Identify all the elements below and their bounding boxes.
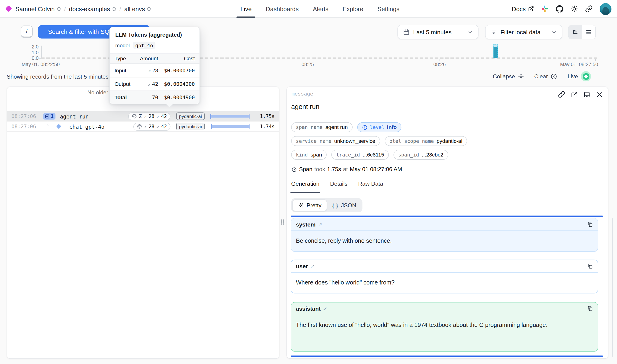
json-toggle[interactable]: { } JSON xyxy=(327,199,361,211)
slack-icon[interactable] xyxy=(541,5,549,13)
scrollbar-thumb[interactable] xyxy=(612,218,613,357)
copy-icon[interactable] xyxy=(587,221,593,227)
trace-list-panel: No older records 08:27:06 1 agent run Σ … xyxy=(7,87,279,359)
trace-row-chat-gpt-4o[interactable]: 08:27:06 chat gpt-4o ↗28 ↙42 pydantic-ai… xyxy=(7,121,279,132)
badge-kind[interactable]: kind span xyxy=(291,150,327,159)
header-actions: Docs xyxy=(512,0,611,18)
tree-view-toggle[interactable] xyxy=(568,25,582,39)
org-switcher[interactable]: Samuel Colvin xyxy=(15,5,61,13)
y-axis-tick: 1.0 xyxy=(23,50,39,55)
user-avatar[interactable] xyxy=(600,3,611,15)
message-boundary-line-top xyxy=(291,216,603,217)
tab-generation[interactable]: Generation xyxy=(291,181,319,190)
tooltip-row-output: Output ↙42 $0.0004200 xyxy=(110,77,199,91)
copy-icon[interactable] xyxy=(587,263,593,269)
y-axis-tick: 2.0 xyxy=(23,44,39,50)
tab-dashboards[interactable]: Dashboards xyxy=(266,0,299,18)
collapse-button[interactable]: Collapse xyxy=(493,73,524,79)
output-arrow-icon: ↙ xyxy=(156,113,159,119)
time-range-dropdown[interactable]: Last 5 minutes xyxy=(397,25,478,39)
child-count: 1 xyxy=(51,113,53,119)
tab-live[interactable]: Live xyxy=(240,0,252,18)
trace-timestamp: 08:27:06 xyxy=(11,124,40,129)
json-label: JSON xyxy=(341,202,356,208)
github-icon[interactable] xyxy=(555,5,564,13)
open-in-new-icon[interactable] xyxy=(571,91,578,98)
dock-panel-icon[interactable] xyxy=(584,91,590,98)
x-axis-label-end: May 01. 08:27:50 xyxy=(560,62,598,67)
direction-arrow-icon: ↙ xyxy=(323,306,327,311)
detail-panel-actions xyxy=(558,91,603,98)
input-arrow-icon: ↗ xyxy=(144,124,147,129)
logfire-logo-icon[interactable] xyxy=(5,5,12,12)
token-coin-icon xyxy=(137,124,142,129)
clear-circle-x-icon xyxy=(551,73,557,80)
close-panel-icon[interactable] xyxy=(596,91,603,98)
top-navigation-bar: Samuel Colvin / docs-examples / all envs… xyxy=(0,0,617,18)
duration-bar[interactable] xyxy=(210,113,249,119)
message-card-system: system ↗ Be concise, reply with one sent… xyxy=(291,218,598,252)
output-tokens: 42 xyxy=(161,113,167,119)
copy-icon[interactable] xyxy=(587,306,593,311)
tree-view-icon xyxy=(572,29,578,35)
tooltip-table-header: Type Amount Cost xyxy=(110,53,199,64)
x-axis-label-start: May 01. 08:22:50 xyxy=(22,62,60,67)
x-axis-tickmark xyxy=(595,59,596,61)
env-name: all envs xyxy=(124,5,145,13)
tab-settings[interactable]: Settings xyxy=(377,0,399,18)
span-attribute-badges: span_name agent run level Info service_n… xyxy=(291,122,467,160)
scope-tag[interactable]: pydantic-ai xyxy=(176,112,205,120)
info-icon xyxy=(362,125,368,130)
span-name: agent run xyxy=(60,113,128,119)
clear-label: Clear xyxy=(534,73,548,79)
badge-level[interactable]: level Info xyxy=(357,122,402,132)
histogram-bar[interactable] xyxy=(493,47,498,58)
env-switcher[interactable]: all envs xyxy=(124,5,151,13)
scope-tag[interactable]: pydantic-ai xyxy=(176,123,205,130)
tab-explore[interactable]: Explore xyxy=(342,0,363,18)
input-tokens: 28 xyxy=(149,124,155,129)
live-label: Live xyxy=(568,73,578,79)
tree-elbow-line xyxy=(47,118,57,126)
tab-details[interactable]: Details xyxy=(330,181,347,190)
badge-span-id[interactable]: span_id ...28cbc2 xyxy=(394,150,448,159)
x-axis-tickmark xyxy=(440,59,440,61)
live-toggle[interactable]: Live xyxy=(568,71,591,81)
breadcrumb: Samuel Colvin / docs-examples / all envs xyxy=(15,0,151,18)
token-usage-pill[interactable]: Σ ↗28 ↙42 xyxy=(128,112,170,120)
chevron-down-icon xyxy=(467,29,473,35)
token-usage-pill[interactable]: ↗28 ↙42 xyxy=(133,122,170,130)
project-switcher[interactable]: docs-examples xyxy=(69,5,116,13)
span-title: agent run xyxy=(291,103,319,111)
filter-label: Filter local data xyxy=(500,29,541,36)
span-word: Span xyxy=(299,166,312,172)
tab-raw-data[interactable]: Raw Data xyxy=(358,181,383,190)
message-card-header: assistant ↙ xyxy=(291,303,598,315)
pretty-toggle[interactable]: Pretty xyxy=(292,199,327,211)
braces-icon: { } xyxy=(332,202,338,208)
share-link-icon[interactable] xyxy=(585,5,593,13)
collapse-children-badge[interactable]: 1 xyxy=(43,113,56,119)
span-name: chat gpt-4o xyxy=(69,123,133,130)
tab-alerts[interactable]: Alerts xyxy=(313,0,328,18)
badge-trace-id[interactable]: trace_id ...6c8115 xyxy=(331,150,389,159)
token-coin-icon xyxy=(132,114,137,119)
span-detail-panel: message agent run span_name agent run xyxy=(287,87,608,359)
docs-link[interactable]: Docs xyxy=(512,5,534,13)
theme-toggle-sun-icon[interactable] xyxy=(571,5,578,13)
breadcrumb-separator: / xyxy=(119,5,121,13)
model-key: model xyxy=(115,42,130,48)
badge-otel-scope-name[interactable]: otel_scope_name pydantic-ai xyxy=(385,136,467,146)
minus-square-icon xyxy=(45,114,49,118)
clear-button[interactable]: Clear xyxy=(534,73,557,80)
duration-bar[interactable] xyxy=(210,124,249,129)
copy-link-icon[interactable] xyxy=(558,91,565,98)
badge-service-name[interactable]: service_name unknown_service xyxy=(291,136,380,146)
badge-span-name[interactable]: span_name agent run xyxy=(291,122,352,132)
filter-local-data-dropdown[interactable]: Filter local data xyxy=(485,25,563,39)
live-status-indicator-icon xyxy=(581,71,591,81)
docs-label: Docs xyxy=(512,5,525,13)
panel-resize-handle[interactable] xyxy=(281,220,284,226)
list-view-toggle[interactable] xyxy=(582,25,595,39)
span-timestamp: May 01 08:27:06 AM xyxy=(350,166,402,172)
